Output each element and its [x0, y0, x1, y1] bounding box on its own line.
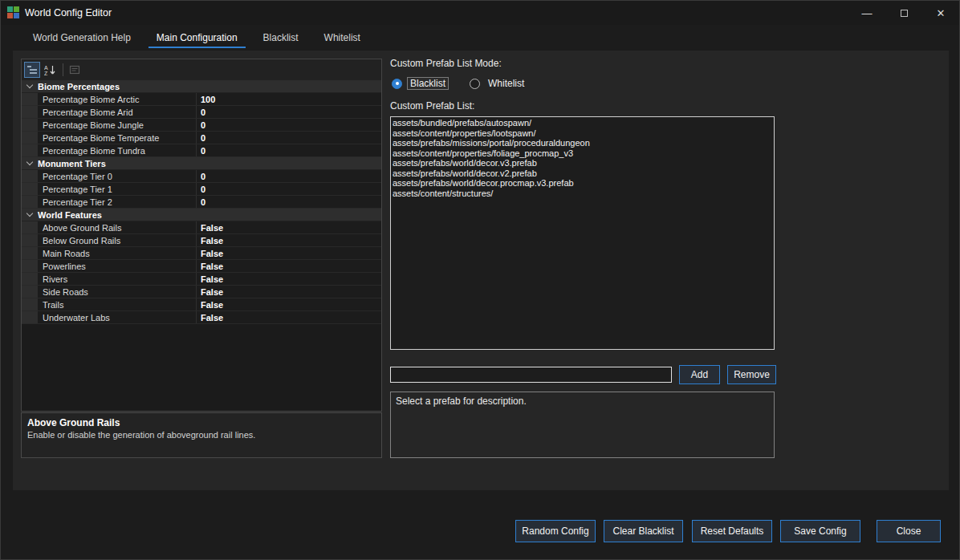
prefab-list-item[interactable]: assets/content/properties/foliage_procma…: [393, 148, 772, 159]
property-row[interactable]: Above Ground RailsFalse: [22, 221, 381, 234]
row-gutter: [22, 286, 38, 298]
chevron-down-icon[interactable]: [22, 157, 38, 169]
add-button[interactable]: Add: [679, 365, 720, 384]
row-gutter: [22, 144, 38, 156]
row-gutter: [22, 273, 38, 285]
property-value[interactable]: 0: [197, 196, 381, 208]
property-pages-icon: [67, 62, 83, 78]
radio-blacklist[interactable]: Blacklist: [392, 77, 449, 90]
property-row[interactable]: Main RoadsFalse: [22, 247, 381, 260]
property-row[interactable]: Side RoadsFalse: [22, 286, 381, 298]
property-row[interactable]: Percentage Tier 20: [22, 196, 381, 209]
property-value[interactable]: 0: [197, 106, 381, 118]
prefab-list-label: Custom Prefab List:: [390, 100, 474, 112]
property-value[interactable]: False: [197, 273, 381, 285]
close-window-button[interactable]: Close: [877, 520, 941, 542]
category-row[interactable]: World Features: [22, 209, 381, 221]
property-value[interactable]: 0: [197, 183, 381, 195]
alphabetical-sort-icon[interactable]: AZ: [42, 62, 58, 78]
prefab-list-item[interactable]: assets/prefabs/world/decor.v2.prefab: [393, 168, 772, 179]
maximize-button[interactable]: [885, 1, 922, 25]
prefab-list-item[interactable]: assets/content/properties/lootspawn/: [393, 128, 772, 139]
property-value[interactable]: 0: [197, 144, 381, 156]
property-value[interactable]: False: [197, 260, 381, 272]
tab-whitelist[interactable]: Whitelist: [311, 26, 373, 50]
prefab-list-item[interactable]: assets/prefabs/world/decor.v3.prefab: [393, 158, 772, 168]
property-name: Trails: [38, 298, 197, 310]
row-gutter: [22, 93, 38, 105]
svg-text:A: A: [44, 65, 48, 71]
world-config-editor-window: World Config Editor — ✕ World Generation…: [0, 0, 960, 560]
row-gutter: [22, 119, 38, 131]
property-name: Powerlines: [38, 260, 197, 272]
property-name: Percentage Biome Arctic: [38, 93, 197, 105]
prefab-list-item[interactable]: assets/prefabs/world/decor.procmap.v3.pr…: [393, 178, 772, 189]
property-name: Percentage Tier 1: [38, 183, 197, 195]
property-name: Underwater Labs: [38, 311, 197, 323]
property-value[interactable]: False: [197, 311, 381, 323]
chevron-down-icon[interactable]: [22, 209, 38, 221]
chevron-down-icon[interactable]: [22, 80, 38, 92]
property-value[interactable]: False: [197, 247, 381, 259]
radio-button-icon[interactable]: [392, 79, 402, 89]
property-value[interactable]: False: [197, 221, 381, 233]
property-name: Percentage Biome Tundra: [38, 144, 197, 156]
prefab-list-item[interactable]: assets/bundled/prefabs/autospawn/: [393, 118, 772, 128]
prefab-input[interactable]: [390, 367, 672, 383]
category-row[interactable]: Monument Tiers: [22, 157, 381, 170]
category-label: Biome Percentages: [38, 80, 120, 92]
property-row[interactable]: PowerlinesFalse: [22, 260, 381, 273]
property-value[interactable]: False: [197, 286, 381, 298]
property-value[interactable]: 0: [197, 119, 381, 131]
clear-blacklist-button[interactable]: Clear Blacklist: [604, 520, 683, 542]
close-button[interactable]: ✕: [922, 1, 959, 25]
svg-text:Z: Z: [44, 71, 48, 76]
save-config-button[interactable]: Save Config: [780, 520, 860, 542]
radio-button-icon[interactable]: [470, 79, 480, 89]
property-value[interactable]: False: [197, 298, 381, 310]
property-name: Percentage Biome Temperate: [38, 132, 197, 144]
property-row[interactable]: Below Ground RailsFalse: [22, 234, 381, 247]
tab-world-generation-help[interactable]: World Generation Help: [20, 26, 144, 50]
row-gutter: [22, 196, 38, 208]
property-row[interactable]: Percentage Biome Arctic100: [22, 93, 381, 106]
property-value[interactable]: 0: [197, 132, 381, 144]
toolbar-separator: [63, 63, 63, 76]
reset-defaults-button[interactable]: Reset Defaults: [692, 520, 772, 542]
prefab-list[interactable]: assets/bundled/prefabs/autospawn/assets/…: [390, 116, 775, 350]
property-row[interactable]: Percentage Tier 10: [22, 183, 381, 196]
window-title: World Config Editor: [25, 7, 112, 18]
property-value[interactable]: 0: [197, 170, 381, 182]
property-row[interactable]: Percentage Biome Tundra0: [22, 144, 381, 157]
property-row[interactable]: RiversFalse: [22, 273, 381, 286]
remove-button[interactable]: Remove: [727, 365, 776, 384]
property-row[interactable]: TrailsFalse: [22, 298, 381, 311]
category-row[interactable]: Biome Percentages: [22, 80, 381, 93]
property-name: Below Ground Rails: [38, 234, 197, 246]
property-row[interactable]: Percentage Biome Temperate0: [22, 132, 381, 144]
row-gutter: [22, 221, 38, 233]
property-name: Side Roads: [38, 286, 197, 298]
tab-blacklist[interactable]: Blacklist: [250, 26, 311, 50]
prefab-mode-label: Custom Prefab List Mode:: [390, 58, 502, 69]
titlebar: World Config Editor — ✕: [1, 1, 959, 25]
tab-main-configuration[interactable]: Main Configuration: [144, 26, 250, 50]
property-row[interactable]: Percentage Biome Jungle0: [22, 119, 381, 132]
property-name: Above Ground Rails: [38, 221, 197, 233]
property-row[interactable]: Percentage Tier 00: [22, 170, 381, 183]
prefab-list-item[interactable]: assets/prefabs/missions/portal/procedura…: [393, 138, 772, 148]
property-value[interactable]: False: [197, 234, 381, 246]
radio-whitelist[interactable]: Whitelist: [470, 77, 527, 90]
minimize-button[interactable]: —: [848, 1, 885, 25]
property-row[interactable]: Percentage Biome Arid0: [22, 106, 381, 119]
property-row[interactable]: Underwater LabsFalse: [22, 311, 381, 324]
row-gutter: [22, 170, 38, 182]
property-value[interactable]: 100: [197, 93, 381, 105]
property-grid-rows: Biome PercentagesPercentage Biome Arctic…: [22, 80, 381, 411]
property-help-panel: Above Ground Rails Enable or disable the…: [21, 412, 382, 458]
random-config-button[interactable]: Random Config: [515, 520, 596, 542]
categorized-icon[interactable]: [24, 62, 40, 78]
property-name: Percentage Tier 2: [38, 196, 197, 208]
row-gutter: [22, 298, 38, 310]
prefab-list-item[interactable]: assets/content/structures/: [393, 189, 772, 199]
